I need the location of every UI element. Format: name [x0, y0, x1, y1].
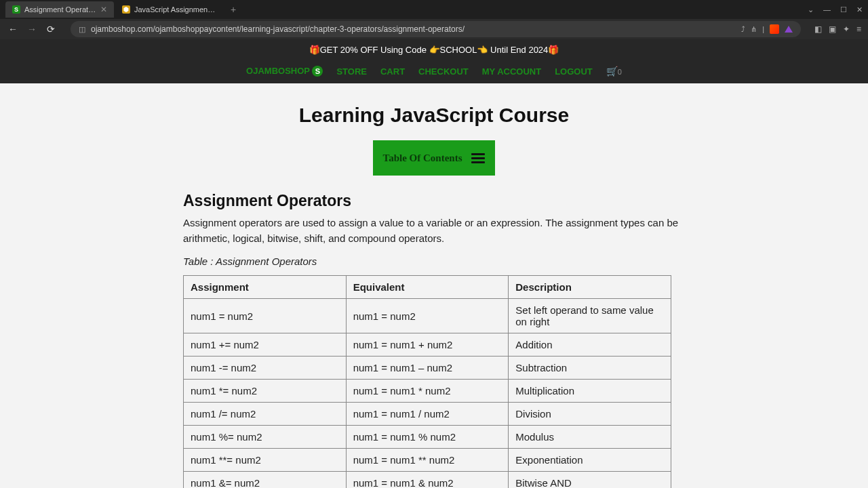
extension-icon[interactable]	[785, 26, 793, 33]
back-button[interactable]: ←	[7, 24, 19, 35]
table-cell: Subtraction	[509, 357, 671, 380]
nav-cart[interactable]: CART	[380, 66, 405, 77]
toolbar-right: ◧ ▣ ✦ ≡	[814, 24, 861, 34]
table-cell: num1 = num1 – num2	[346, 357, 509, 380]
col-equivalent: Equivalent	[346, 276, 509, 299]
browser-chrome: S Assignment Operators - Oj ✕ ⬢ JavaScri…	[0, 0, 868, 39]
page-title: Learning JavaScript Course	[183, 104, 685, 127]
cart-count: 0	[618, 68, 622, 76]
table-cell: Exponentiation	[509, 449, 671, 472]
nav-store[interactable]: STORE	[336, 66, 367, 77]
table-header-row: Assignment Equivalent Description	[184, 276, 671, 299]
section-title: Assignment Operators	[183, 192, 685, 210]
browser-toolbar: ← → ⟳ ◫ ojamboshop.com/ojamboshoppaycont…	[0, 19, 868, 39]
tab-active[interactable]: S Assignment Operators - Oj ✕	[5, 1, 114, 18]
window-controls: ⌄ — ☐ ✕	[808, 5, 863, 14]
table-cell: num1 %= num2	[184, 426, 347, 449]
table-cell: Multiplication	[509, 380, 671, 403]
promo-text: 🎁GET 20% OFF Using Code 👉SCHOOL👈 Until E…	[309, 45, 559, 55]
table-cell: Addition	[509, 333, 671, 357]
site-nav: OJAMBOSHOP S STORE CART CHECKOUT MY ACCO…	[0, 60, 868, 83]
maximize-icon[interactable]: ☐	[840, 5, 847, 14]
table-row: num1 %= num2num1 = num1 % num2Modulus	[184, 426, 671, 449]
table-cell: num1 = num1 ** num2	[346, 449, 509, 472]
table-cell: Bitwise AND	[509, 472, 671, 489]
table-row: num1 = num2num1 = num2Set left operand t…	[184, 299, 671, 333]
rss-icon[interactable]: ⋔	[751, 25, 757, 34]
menu-icon[interactable]: ≡	[856, 24, 861, 34]
close-window-icon[interactable]: ✕	[856, 5, 863, 14]
url-text: ojamboshop.com/ojamboshoppaycontent/lear…	[91, 24, 736, 34]
address-bar[interactable]: ◫ ojamboshop.com/ojamboshoppaycontent/le…	[71, 21, 801, 37]
hamburger-icon	[471, 153, 485, 163]
minimize-icon[interactable]: —	[823, 5, 831, 14]
forward-button[interactable]: →	[26, 24, 38, 35]
share-icon[interactable]: ⤴	[741, 25, 745, 33]
table-row: num1 -= num2num1 = num1 – num2Subtractio…	[184, 357, 671, 380]
cart-icon[interactable]: 🛒0	[606, 66, 622, 77]
tab-title: Assignment Operators - Oj	[24, 5, 96, 14]
favicon-icon: ⬢	[122, 5, 130, 14]
tab-inactive[interactable]: ⬢ JavaScript Assignment Operat...	[115, 1, 224, 18]
table-cell: num1 **= num2	[184, 449, 347, 472]
table-row: num1 &= num2num1 = num1 & num2Bitwise AN…	[184, 472, 671, 489]
table-cell: num1 -= num2	[184, 357, 347, 380]
nav-brand[interactable]: OJAMBOSHOP S	[246, 66, 323, 77]
table-cell: num1 &= num2	[184, 472, 347, 489]
table-cell: num1 = num1 + num2	[346, 333, 509, 357]
extensions-icon[interactable]: ✦	[843, 24, 850, 34]
table-cell: num1 = num2	[184, 299, 347, 333]
promo-banner: 🎁GET 20% OFF Using Code 👉SCHOOL👈 Until E…	[0, 39, 868, 60]
table-cell: num1 = num1 / num2	[346, 403, 509, 426]
toc-label: Table Of Contents	[383, 152, 462, 164]
new-tab-button[interactable]: +	[225, 4, 241, 15]
operators-table: Assignment Equivalent Description num1 =…	[183, 275, 671, 488]
table-cell: Modulus	[509, 426, 671, 449]
nav-checkout[interactable]: CHECKOUT	[418, 66, 469, 77]
section-text: Assignment operators are used to assign …	[183, 216, 685, 246]
table-caption: Table : Assignment Operators	[183, 256, 685, 267]
table-cell: Set left operand to same value on right	[509, 299, 671, 333]
table-cell: num1 = num1 % num2	[346, 426, 509, 449]
close-icon[interactable]: ✕	[100, 5, 107, 14]
table-row: num1 **= num2num1 = num1 ** num2Exponent…	[184, 449, 671, 472]
bookmark-icon[interactable]: ◫	[79, 25, 85, 34]
table-of-contents-button[interactable]: Table Of Contents	[373, 140, 495, 176]
table-cell: num1 *= num2	[184, 380, 347, 403]
table-row: num1 /= num2num1 = num1 / num2Division	[184, 403, 671, 426]
col-assignment: Assignment	[184, 276, 347, 299]
tab-bar: S Assignment Operators - Oj ✕ ⬢ JavaScri…	[0, 0, 868, 19]
table-cell: num1 = num1 * num2	[346, 380, 509, 403]
table-row: num1 += num2num1 = num1 + num2Addition	[184, 333, 671, 357]
wallet-icon[interactable]: ▣	[829, 24, 836, 34]
sidebar-icon[interactable]: ◧	[814, 24, 822, 34]
table-cell: Division	[509, 403, 671, 426]
page-viewport: 🎁GET 20% OFF Using Code 👉SCHOOL👈 Until E…	[0, 39, 868, 488]
col-description: Description	[509, 276, 671, 299]
brave-shield-icon[interactable]	[770, 24, 779, 34]
table-cell: num1 += num2	[184, 333, 347, 357]
table-cell: num1 = num2	[346, 299, 509, 333]
main-content: Learning JavaScript Course Table Of Cont…	[183, 83, 685, 488]
tab-title: JavaScript Assignment Operat...	[134, 5, 217, 14]
table-row: num1 *= num2num1 = num1 * num2Multiplica…	[184, 380, 671, 403]
reload-button[interactable]: ⟳	[45, 24, 57, 35]
table-cell: num1 /= num2	[184, 403, 347, 426]
favicon-icon: S	[12, 5, 20, 14]
divider: |	[762, 25, 764, 33]
nav-logout[interactable]: LOGOUT	[555, 66, 593, 77]
table-cell: num1 = num1 & num2	[346, 472, 509, 489]
brand-logo-icon: S	[312, 66, 323, 77]
chevron-down-icon[interactable]: ⌄	[808, 5, 814, 14]
nav-my-account[interactable]: MY ACCOUNT	[482, 66, 541, 77]
